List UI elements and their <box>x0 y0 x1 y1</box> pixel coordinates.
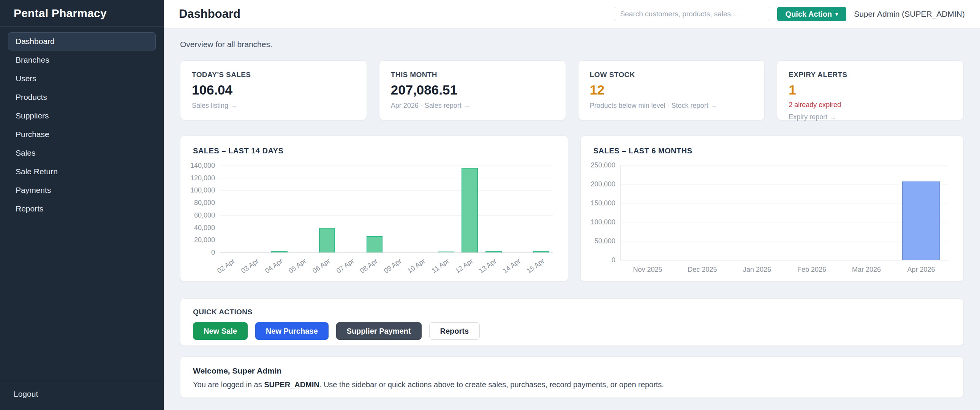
gridline <box>620 241 948 242</box>
gridline <box>620 222 948 222</box>
sidebar-item-sales[interactable]: Sales <box>8 144 156 162</box>
stat-value: 12 <box>590 83 753 98</box>
search-input[interactable] <box>614 7 770 21</box>
y-axis-tick: 60,000 <box>194 211 215 219</box>
quick-actions-title: QUICK ACTIONS <box>193 308 951 316</box>
quick-actions-buttons: New Sale New Purchase Supplier Payment R… <box>193 322 951 340</box>
x-axis-label: 09 Apr <box>382 257 403 275</box>
chart-title: SALES – LAST 14 DAYS <box>193 146 283 155</box>
gridline <box>220 190 553 191</box>
sidebar-item-branches[interactable]: Branches <box>8 51 156 69</box>
stock-report-link[interactable]: Products below min level · Stock report … <box>590 102 753 110</box>
brand-logo: Pental Pharmacy <box>0 0 164 27</box>
sidebar-item-suppliers[interactable]: Suppliers <box>8 106 156 125</box>
sidebar-item-products[interactable]: Products <box>8 88 156 106</box>
y-axis-tick: 20,000 <box>194 236 215 244</box>
gridline <box>220 253 553 253</box>
x-axis-label: 03 Apr <box>240 257 260 275</box>
stat-card-low-stock: LOW STOCK 12 Products below min level · … <box>578 60 765 120</box>
logout-link[interactable]: Logout <box>14 389 38 399</box>
reports-button[interactable]: Reports <box>429 322 480 340</box>
bar-08-apr <box>367 236 383 253</box>
gridline <box>620 203 948 203</box>
bar-04-apr <box>271 251 288 253</box>
user-label: Super Admin (SUPER_ADMIN) <box>854 10 965 19</box>
x-axis-label: 05 Apr <box>287 257 308 275</box>
sidebar-item-dashboard[interactable]: Dashboard <box>8 32 156 51</box>
quick-action-button[interactable]: Quick Action ▾ <box>777 7 847 21</box>
y-axis-line <box>220 165 220 253</box>
stat-card-todays-sales: TODAY'S SALES 106.04 Sales listing → <box>180 60 367 120</box>
bar-11-apr <box>438 251 454 253</box>
x-axis-label: 07 Apr <box>335 257 355 275</box>
x-axis-label: 02 Apr <box>216 257 236 275</box>
supplier-payment-button[interactable]: Supplier Payment <box>336 322 422 340</box>
stat-label: LOW STOCK <box>590 71 753 79</box>
sidebar-item-payments[interactable]: Payments <box>8 181 156 199</box>
quick-actions-card: QUICK ACTIONS New Sale New Purchase Supp… <box>180 299 964 346</box>
gridline <box>620 165 948 165</box>
y-axis-tick: 50,000 <box>595 237 615 245</box>
welcome-title: Welcome, Super Admin <box>193 366 951 375</box>
gridline <box>220 178 553 178</box>
topbar: Dashboard Quick Action ▾ Super Admin (SU… <box>164 0 980 29</box>
sales-report-link[interactable]: Apr 2026 · Sales report → <box>391 102 554 110</box>
stat-card-this-month: THIS MONTH 207,086.51 Apr 2026 · Sales r… <box>379 60 566 120</box>
sales-listing-link[interactable]: Sales listing → <box>192 102 355 110</box>
chart-title: SALES – LAST 6 MONTHS <box>593 146 692 155</box>
stat-value: 1 <box>789 83 952 98</box>
x-axis-label: 08 Apr <box>359 257 379 275</box>
overview-text: Overview for all branches. <box>180 40 964 49</box>
y-axis-tick: 40,000 <box>194 224 215 232</box>
y-axis-tick: 140,000 <box>190 162 215 170</box>
x-axis-label: 06 Apr <box>311 257 332 275</box>
y-axis-tick: 80,000 <box>194 199 215 207</box>
chevron-down-icon: ▾ <box>835 11 838 17</box>
content-column: Dashboard Quick Action ▾ Super Admin (SU… <box>164 0 980 410</box>
gridline <box>220 203 553 203</box>
stat-label: THIS MONTH <box>391 71 554 79</box>
chart-sales-last-14-days: SALES – LAST 14 DAYS 020,00040,00060,000… <box>180 135 568 282</box>
x-axis-label: Mar 2026 <box>852 266 881 274</box>
x-axis-label: Nov 2025 <box>633 266 662 274</box>
bar-apr-2026 <box>902 181 940 260</box>
x-axis-label: 04 Apr <box>263 257 284 275</box>
sidebar-footer: Logout <box>0 381 164 410</box>
stat-label: EXPIRY ALERTS <box>789 71 952 79</box>
bar-13-apr <box>485 251 502 253</box>
welcome-card: Welcome, Super Admin You are logged in a… <box>180 356 964 398</box>
chart-plot-area: 020,00040,00060,00080,000100,000120,0001… <box>220 165 553 253</box>
bar-12-apr <box>461 168 478 253</box>
x-axis-label: 11 Apr <box>430 257 450 275</box>
x-axis-label: 13 Apr <box>477 257 498 275</box>
sidebar-item-reports[interactable]: Reports <box>8 200 156 218</box>
x-axis-label: Dec 2025 <box>687 266 717 274</box>
sidebar-nav: DashboardBranchesUsersProductsSuppliersP… <box>0 27 164 218</box>
y-axis-tick: 120,000 <box>190 174 215 182</box>
role-badge: SUPER_ADMIN <box>264 380 320 389</box>
stat-card-expiry-alerts: EXPIRY ALERTS 1 2 already expired Expiry… <box>777 60 964 120</box>
sidebar-item-purchase[interactable]: Purchase <box>8 125 156 143</box>
page-title: Dashboard <box>179 7 240 21</box>
y-axis-tick: 100,000 <box>190 186 215 194</box>
gridline <box>220 165 553 166</box>
new-sale-button[interactable]: New Sale <box>193 322 248 340</box>
new-purchase-button[interactable]: New Purchase <box>255 322 329 340</box>
x-axis-label: Jan 2026 <box>743 266 771 274</box>
main-area: Overview for all branches. TODAY'S SALES… <box>164 29 980 410</box>
gridline <box>620 184 948 184</box>
sidebar-item-sale-return[interactable]: Sale Return <box>8 162 156 181</box>
x-axis-label: 14 Apr <box>501 257 522 275</box>
x-axis-label: 15 Apr <box>525 257 546 275</box>
charts-row: SALES – LAST 14 DAYS 020,00040,00060,000… <box>180 135 964 282</box>
y-axis-tick: 200,000 <box>591 180 615 188</box>
stats-row: TODAY'S SALES 106.04 Sales listing → THI… <box>180 60 964 120</box>
stat-value: 106.04 <box>192 83 355 98</box>
gridline <box>620 260 948 261</box>
expiry-report-link[interactable]: Expiry report → <box>789 113 952 121</box>
sidebar-item-users[interactable]: Users <box>8 70 156 88</box>
y-axis-line <box>620 165 620 260</box>
chart-sales-last-6-months: SALES – LAST 6 MONTHS 050,000100,000150,… <box>581 135 964 282</box>
gridline <box>220 215 553 216</box>
quick-action-label: Quick Action <box>786 10 832 19</box>
